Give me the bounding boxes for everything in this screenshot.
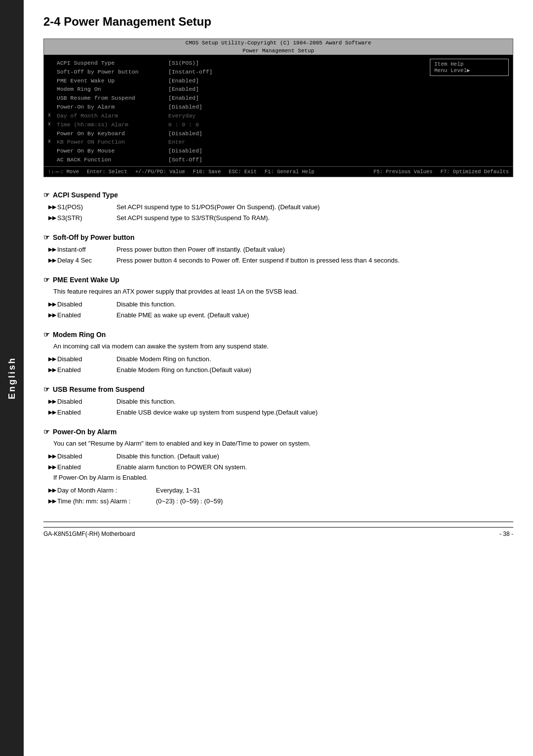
bios-row-label: Soft-Off by Power button xyxy=(55,68,168,76)
bios-row-label: ACPI Suspend Type xyxy=(55,59,168,68)
bios-inner: ACPI Suspend Type[S1(POS)]Soft-Off by Po… xyxy=(44,57,513,166)
footer-esc: ESC: Exit xyxy=(228,169,257,175)
item-desc: Everyday, 1~31 xyxy=(156,485,513,496)
bios-row: Power On By Mouse[Disabled] xyxy=(48,147,430,155)
bios-subtitle-bar: Power Management Setup xyxy=(44,47,513,55)
bios-row-label: KB Power ON Function xyxy=(55,138,168,147)
section-header: ☞PME Event Wake Up xyxy=(43,276,513,284)
sections-container: ☞ACPI Suspend Type▶▶S1(POS)Set ACPI susp… xyxy=(43,191,513,507)
bios-row-x-marker xyxy=(48,155,55,164)
section-header: ☞Soft-Off by Power button xyxy=(43,233,513,241)
bios-row-value: [Disabled] xyxy=(168,129,202,138)
footer-move: ↑↓→←: Move xyxy=(48,169,79,175)
item-desc: Disable Modem Ring on function. xyxy=(116,354,513,365)
bios-row-value: [Enabled] xyxy=(168,76,199,85)
section-arrow-icon: ☞ xyxy=(43,233,50,241)
section-extra-note: If Power-On by Alarm is Enabled. xyxy=(48,473,513,483)
item-key: S1(POS) xyxy=(57,202,116,213)
bios-footer: ↑↓→←: Move Enter: Select +/-/PU/PD: Valu… xyxy=(44,166,513,177)
bios-row: PME Event Wake Up[Enabled] xyxy=(48,76,430,85)
bios-row: Power-On by Alarm[Disabled] xyxy=(48,103,430,112)
bios-row-value: Enter xyxy=(168,138,186,147)
bios-row-value: Everyday xyxy=(168,112,195,120)
item-row: ▶▶Instant-offPress power button then Pow… xyxy=(48,244,513,255)
item-arrow-icon: ▶▶ xyxy=(48,213,57,224)
bios-row-x-marker xyxy=(48,59,55,68)
section-arrow-icon: ☞ xyxy=(43,385,50,393)
item-desc: Enable alarm function to POWER ON system… xyxy=(116,462,513,473)
bios-row-value: [Enabled] xyxy=(168,94,199,103)
bios-footer-row1: ↑↓→←: Move Enter: Select +/-/PU/PD: Valu… xyxy=(48,169,314,175)
footer-select: Enter: Select xyxy=(87,169,127,175)
bios-row-value: [Disabled] xyxy=(168,103,202,112)
bios-item-help: Item Help Menu Level▶ xyxy=(430,59,509,76)
bios-row-value: [S1(POS)] xyxy=(168,59,199,68)
section-pme-event-wake-up: ☞PME Event Wake UpThis feature requires … xyxy=(43,276,513,321)
item-arrow-icon: ▶▶ xyxy=(48,365,57,376)
bios-row: Power On By Keyboard[Disabled] xyxy=(48,129,430,138)
item-key: Disabled xyxy=(57,299,116,310)
menu-level-label: Menu Level▶ xyxy=(434,67,504,74)
section-arrow-icon: ☞ xyxy=(43,428,50,436)
section-header-text: Power-On by Alarm xyxy=(53,428,116,436)
section-modem-ring-on: ☞Modem Ring OnAn incoming call via modem… xyxy=(43,331,513,376)
footer-save: F10: Save xyxy=(193,169,221,175)
bios-row-x-marker xyxy=(48,94,55,103)
section-acpi-suspend-type: ☞ACPI Suspend Type▶▶S1(POS)Set ACPI susp… xyxy=(43,191,513,224)
section-header-text: PME Event Wake Up xyxy=(53,276,119,284)
item-row: ▶▶S3(STR)Set ACPI suspend type to S3/STR… xyxy=(48,213,513,224)
section-header: ☞USB Resume from Suspend xyxy=(43,385,513,393)
item-desc: Press power button 4 seconds to Power of… xyxy=(116,255,513,266)
bios-row: xKB Power ON FunctionEnter xyxy=(48,138,430,147)
bios-row-x-marker xyxy=(48,76,55,85)
page-footer: GA-K8N51GMF(-RH) Motherboard - 38 - xyxy=(43,527,513,537)
bios-row-label: Time (hh:mm:ss) Alarm xyxy=(55,120,168,129)
bios-row-value: [Instant-off] xyxy=(168,68,213,76)
item-key: Disabled xyxy=(57,396,116,407)
bios-row-label: Day of Month Alarm xyxy=(55,112,168,120)
section-header: ☞ACPI Suspend Type xyxy=(43,191,513,199)
item-row: ▶▶DisabledDisable Modem Ring on function… xyxy=(48,354,513,365)
section-note: This feature requires an ATX power suppl… xyxy=(48,287,513,297)
section-header-text: Modem Ring On xyxy=(53,331,106,339)
section-body: ▶▶S1(POS)Set ACPI suspend type to S1/POS… xyxy=(43,202,513,224)
footer-left: GA-K8N51GMF(-RH) Motherboard xyxy=(43,530,135,537)
item-key: Time (hh: mm: ss) Alarm : xyxy=(57,496,156,507)
footer-value: +/-/PU/PD: Value xyxy=(135,169,185,175)
item-arrow-icon: ▶▶ xyxy=(48,485,57,496)
item-arrow-icon: ▶▶ xyxy=(48,299,57,310)
item-desc: Disable this function. (Default value) xyxy=(116,451,513,462)
section-arrow-icon: ☞ xyxy=(43,191,50,199)
bios-row: AC BACK Function[Soft-Off] xyxy=(48,155,430,164)
bios-row-label: Power On By Keyboard xyxy=(55,129,168,138)
bios-row-value: [Enabled] xyxy=(168,85,199,94)
item-key: Enabled xyxy=(57,462,116,473)
item-key: Disabled xyxy=(57,354,116,365)
item-arrow-icon: ▶▶ xyxy=(48,255,57,266)
section-body: ▶▶DisabledDisable this function.▶▶Enable… xyxy=(43,396,513,418)
item-arrow-icon: ▶▶ xyxy=(48,310,57,321)
bios-footer-row2: F5: Previous Values F7: Optimized Defaul… xyxy=(374,169,509,175)
bios-row: USB Resume from Suspend[Enabled] xyxy=(48,94,430,103)
footer-right: - 38 - xyxy=(499,530,513,537)
item-arrow-icon: ▶▶ xyxy=(48,244,57,255)
item-row: ▶▶EnabledEnable Modem Ring on function.(… xyxy=(48,365,513,376)
section-arrow-icon: ☞ xyxy=(43,276,50,284)
bios-title-bar: CMOS Setup Utility-Copyright (C) 1984-20… xyxy=(44,39,513,47)
section-header: ☞Modem Ring On xyxy=(43,331,513,339)
bios-row: ACPI Suspend Type[S1(POS)] xyxy=(48,59,430,68)
bios-row-label: USB Resume from Suspend xyxy=(55,94,168,103)
section-note: An incoming call via modem can awake the… xyxy=(48,341,513,352)
bios-left-panel: ACPI Suspend Type[S1(POS)]Soft-Off by Po… xyxy=(48,59,430,164)
section-header-text: Soft-Off by Power button xyxy=(53,233,135,241)
sidebar-label: English xyxy=(7,357,17,399)
bios-row-x-marker: x xyxy=(48,112,55,120)
item-arrow-icon: ▶▶ xyxy=(48,396,57,407)
section-body: You can set "Resume by Alarm" item to en… xyxy=(43,439,513,507)
item-row: ▶▶DisabledDisable this function. (Defaul… xyxy=(48,451,513,462)
bios-row: Modem Ring On[Enabled] xyxy=(48,85,430,94)
item-row: ▶▶Day of Month Alarm :Everyday, 1~31 xyxy=(48,485,513,496)
bios-row-value: [Soft-Off] xyxy=(168,155,202,164)
bios-row-label: Power-On by Alarm xyxy=(55,103,168,112)
item-desc: (0~23) : (0~59) : (0~59) xyxy=(156,496,513,507)
